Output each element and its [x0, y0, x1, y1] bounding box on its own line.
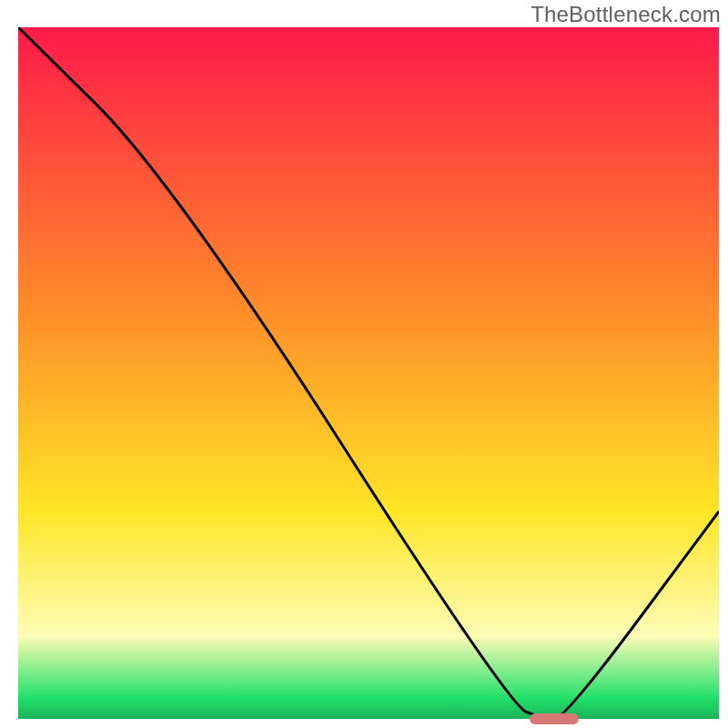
gradient-background	[18, 27, 719, 719]
chart-stage: TheBottleneck.com	[0, 0, 728, 728]
chart-plot-area	[18, 27, 719, 719]
optimum-marker	[530, 713, 579, 724]
chart-svg	[18, 27, 719, 719]
watermark-text: TheBottleneck.com	[531, 2, 721, 27]
